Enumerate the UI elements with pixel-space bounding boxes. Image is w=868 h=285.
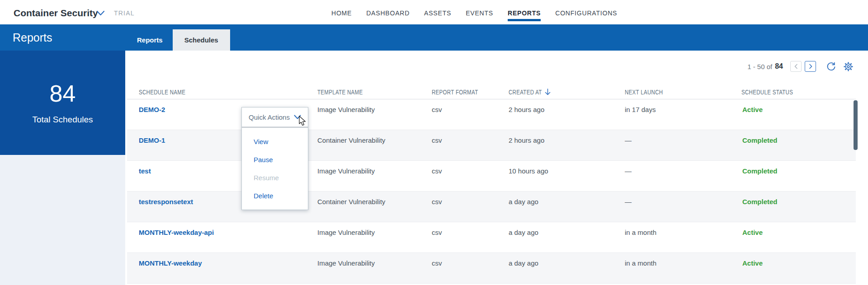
total-schedules-label: Total Schedules bbox=[0, 115, 125, 125]
settings-button[interactable] bbox=[843, 61, 854, 72]
trial-badge: TRIAL bbox=[114, 0, 135, 26]
nav-item-reports[interactable]: REPORTS bbox=[508, 0, 541, 26]
table-toolbar: 1 - 50 of 84 bbox=[747, 60, 854, 73]
pagination-total: 84 bbox=[775, 62, 783, 70]
template-name-cell: Image Vulnerability bbox=[317, 259, 375, 267]
sidebar-background bbox=[0, 155, 125, 285]
column-header-report-format[interactable]: REPORT FORMAT bbox=[432, 89, 478, 96]
status-badge: Completed bbox=[742, 136, 778, 144]
next-launch-cell: — bbox=[625, 167, 632, 175]
template-name-cell: Image Vulnerability bbox=[317, 106, 375, 113]
table-row[interactable]: DEMO-1 Container Vulnerability csv 2 hou… bbox=[127, 130, 856, 161]
report-format-cell: csv bbox=[432, 106, 442, 113]
schedule-name-link[interactable]: testresponsetext bbox=[139, 198, 193, 206]
created-at-cell: a day ago bbox=[509, 229, 538, 236]
column-header-created-at[interactable]: CREATED AT bbox=[509, 89, 542, 96]
created-at-cell: a day ago bbox=[509, 259, 538, 267]
quick-actions-label: Quick Actions bbox=[249, 113, 290, 121]
top-app-bar: Container Security TRIAL HOME DASHBOARD … bbox=[0, 0, 868, 26]
column-header-next-launch[interactable]: NEXT LAUNCH bbox=[625, 89, 663, 96]
table-row[interactable]: test Image Vulnerability csv 10 hours ag… bbox=[127, 161, 856, 192]
report-format-cell: csv bbox=[432, 136, 442, 144]
created-at-cell: a day ago bbox=[509, 198, 538, 206]
next-launch-cell: in 17 days bbox=[625, 106, 656, 113]
refresh-icon bbox=[826, 61, 836, 72]
next-launch-cell: — bbox=[625, 136, 632, 144]
prev-page-button[interactable] bbox=[790, 61, 802, 72]
chevron-left-icon bbox=[793, 64, 799, 69]
page-title: Reports bbox=[13, 24, 52, 51]
template-name-cell: Container Vulnerability bbox=[317, 198, 385, 206]
report-format-cell: csv bbox=[432, 167, 442, 175]
created-at-cell: 2 hours ago bbox=[509, 136, 544, 144]
report-format-cell: csv bbox=[432, 198, 442, 206]
next-launch-cell: in a month bbox=[625, 229, 656, 236]
container-security-app: Container Security TRIAL HOME DASHBOARD … bbox=[0, 0, 868, 285]
nav-item-assets[interactable]: ASSETS bbox=[424, 0, 451, 26]
main-nav: HOME DASHBOARD ASSETS EVENTS REPORTS CON… bbox=[331, 0, 617, 26]
gear-icon bbox=[843, 61, 854, 72]
total-schedules-panel: 84 Total Schedules bbox=[0, 51, 125, 155]
tab-schedules[interactable]: Schedules bbox=[173, 29, 230, 51]
report-format-cell: csv bbox=[432, 259, 442, 267]
refresh-button[interactable] bbox=[826, 61, 836, 72]
pagination-range: 1 - 50 of bbox=[747, 63, 772, 70]
template-name-cell: Image Vulnerability bbox=[317, 167, 375, 175]
nav-item-dashboard[interactable]: DASHBOARD bbox=[366, 0, 410, 26]
status-badge: Active bbox=[742, 106, 763, 113]
total-schedules-count: 84 bbox=[0, 51, 125, 106]
created-at-cell: 2 hours ago bbox=[509, 106, 544, 113]
schedule-name-link[interactable]: test bbox=[139, 167, 151, 175]
report-format-cell: csv bbox=[432, 229, 442, 236]
schedule-name-link[interactable]: MONTHLY-weekday bbox=[139, 259, 202, 267]
menu-item-view[interactable]: View bbox=[242, 133, 308, 151]
section-tabs: Reports Schedules bbox=[127, 29, 230, 51]
status-badge: Active bbox=[742, 259, 763, 267]
status-badge: Completed bbox=[742, 167, 778, 175]
next-launch-cell: — bbox=[625, 198, 632, 206]
tab-reports[interactable]: Reports bbox=[127, 29, 173, 51]
app-title: Container Security bbox=[14, 0, 98, 26]
template-name-cell: Container Vulnerability bbox=[317, 136, 385, 144]
next-launch-cell: in a month bbox=[625, 259, 656, 267]
table-row[interactable]: testresponsetext Container Vulnerability… bbox=[127, 192, 856, 222]
column-header-schedule-status[interactable]: SCHEDULE STATUS bbox=[741, 89, 793, 96]
chevron-down-icon[interactable] bbox=[96, 10, 105, 16]
schedule-name-link[interactable]: DEMO-2 bbox=[139, 106, 165, 113]
vertical-scrollbar-thumb[interactable] bbox=[854, 100, 858, 150]
schedule-name-link[interactable]: MONTHLY-weekday-api bbox=[139, 229, 214, 236]
table-row[interactable]: MONTHLY-weekday-api Image Vulnerability … bbox=[127, 222, 856, 253]
next-page-button[interactable] bbox=[805, 61, 816, 72]
template-name-cell: Image Vulnerability bbox=[317, 229, 375, 236]
menu-item-resume: Resume bbox=[242, 169, 308, 187]
created-at-cell: 10 hours ago bbox=[509, 167, 548, 175]
nav-item-home[interactable]: HOME bbox=[331, 0, 352, 26]
chevron-right-icon bbox=[808, 64, 813, 69]
column-header-template-name[interactable]: TEMPLATE NAME bbox=[317, 89, 363, 96]
table-row[interactable]: DEMO-2 Image Vulnerability csv 2 hours a… bbox=[127, 99, 856, 130]
sort-descending-icon[interactable] bbox=[544, 88, 551, 96]
table-row[interactable]: MONTHLY-weekday Image Vulnerability csv … bbox=[127, 253, 856, 284]
nav-item-configurations[interactable]: CONFIGURATIONS bbox=[555, 0, 617, 26]
column-header-schedule-name[interactable]: SCHEDULE NAME bbox=[139, 89, 185, 96]
status-badge: Completed bbox=[742, 198, 778, 206]
schedule-name-link[interactable]: DEMO-1 bbox=[139, 136, 165, 144]
nav-item-events[interactable]: EVENTS bbox=[466, 0, 493, 26]
quick-actions-menu: View Pause Resume Delete bbox=[242, 127, 308, 210]
mouse-cursor-icon bbox=[297, 116, 307, 126]
menu-item-pause[interactable]: Pause bbox=[242, 151, 308, 169]
status-badge: Active bbox=[742, 229, 763, 236]
section-header-bar: Reports Reports Schedules bbox=[0, 24, 868, 51]
menu-item-delete[interactable]: Delete bbox=[242, 187, 308, 205]
